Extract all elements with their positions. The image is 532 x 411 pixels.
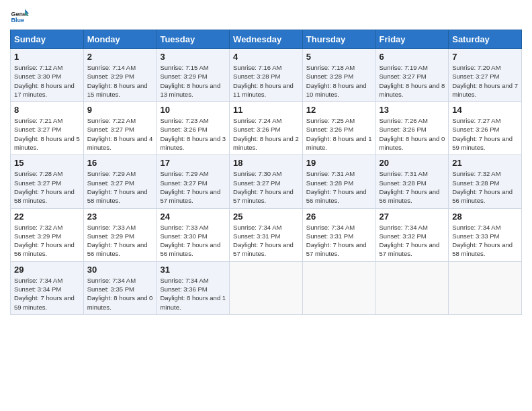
calendar-table: SundayMondayTuesdayWednesdayThursdayFrid… (10, 30, 522, 315)
calendar-cell (302, 261, 375, 314)
day-info: Sunrise: 7:19 AMSunset: 3:27 PMDaylight:… (380, 63, 445, 99)
calendar-cell: 11Sunrise: 7:24 AMSunset: 3:26 PMDayligh… (230, 102, 303, 155)
calendar-cell: 25Sunrise: 7:34 AMSunset: 3:31 PMDayligh… (230, 208, 303, 261)
day-info: Sunrise: 7:23 AMSunset: 3:26 PMDaylight:… (160, 116, 226, 152)
day-info: Sunrise: 7:25 AMSunset: 3:26 PMDaylight:… (306, 116, 372, 152)
day-number: 8 (14, 105, 80, 115)
calendar-week-4: 22Sunrise: 7:32 AMSunset: 3:29 PMDayligh… (11, 208, 522, 261)
day-info: Sunrise: 7:34 AMSunset: 3:31 PMDaylight:… (233, 223, 299, 259)
day-info: Sunrise: 7:28 AMSunset: 3:27 PMDaylight:… (14, 169, 80, 205)
calendar-cell: 14Sunrise: 7:27 AMSunset: 3:26 PMDayligh… (449, 102, 522, 155)
day-number: 20 (380, 158, 445, 168)
calendar-cell: 9Sunrise: 7:22 AMSunset: 3:27 PMDaylight… (83, 102, 157, 155)
calendar-cell: 28Sunrise: 7:34 AMSunset: 3:33 PMDayligh… (449, 208, 522, 261)
calendar-cell: 17Sunrise: 7:29 AMSunset: 3:27 PMDayligh… (157, 155, 230, 208)
day-number: 13 (380, 105, 445, 115)
day-info: Sunrise: 7:31 AMSunset: 3:28 PMDaylight:… (306, 169, 372, 205)
calendar-cell: 8Sunrise: 7:21 AMSunset: 3:27 PMDaylight… (11, 102, 84, 155)
calendar-cell: 2Sunrise: 7:14 AMSunset: 3:29 PMDaylight… (83, 49, 157, 102)
calendar-cell: 22Sunrise: 7:32 AMSunset: 3:29 PMDayligh… (11, 208, 84, 261)
day-number: 19 (306, 158, 372, 168)
day-info: Sunrise: 7:15 AMSunset: 3:29 PMDaylight:… (160, 63, 226, 99)
calendar-cell: 15Sunrise: 7:28 AMSunset: 3:27 PMDayligh… (11, 155, 84, 208)
svg-text:Blue: Blue (11, 17, 24, 24)
calendar-week-3: 15Sunrise: 7:28 AMSunset: 3:27 PMDayligh… (11, 155, 522, 208)
day-number: 25 (233, 212, 299, 222)
calendar-cell: 21Sunrise: 7:32 AMSunset: 3:28 PMDayligh… (449, 155, 522, 208)
day-info: Sunrise: 7:12 AMSunset: 3:30 PMDaylight:… (14, 63, 80, 99)
day-info: Sunrise: 7:34 AMSunset: 3:36 PMDaylight:… (160, 276, 226, 312)
weekday-header-tuesday: Tuesday (157, 30, 230, 49)
day-info: Sunrise: 7:29 AMSunset: 3:27 PMDaylight:… (87, 169, 153, 205)
day-number: 16 (87, 158, 153, 168)
calendar-cell: 20Sunrise: 7:31 AMSunset: 3:28 PMDayligh… (375, 155, 449, 208)
day-number: 7 (452, 52, 518, 62)
day-number: 28 (452, 212, 518, 222)
calendar-cell: 19Sunrise: 7:31 AMSunset: 3:28 PMDayligh… (302, 155, 375, 208)
day-number: 15 (14, 158, 80, 168)
day-number: 26 (306, 212, 372, 222)
calendar-cell: 27Sunrise: 7:34 AMSunset: 3:32 PMDayligh… (375, 208, 449, 261)
calendar-cell: 5Sunrise: 7:18 AMSunset: 3:28 PMDaylight… (302, 49, 375, 102)
weekday-header-thursday: Thursday (302, 30, 375, 49)
day-number: 23 (87, 212, 153, 222)
calendar-cell: 12Sunrise: 7:25 AMSunset: 3:26 PMDayligh… (302, 102, 375, 155)
page-header: General Blue (10, 7, 522, 26)
day-info: Sunrise: 7:22 AMSunset: 3:27 PMDaylight:… (87, 116, 153, 152)
day-info: Sunrise: 7:29 AMSunset: 3:27 PMDaylight:… (160, 169, 226, 205)
day-info: Sunrise: 7:21 AMSunset: 3:27 PMDaylight:… (14, 116, 80, 152)
calendar-week-2: 8Sunrise: 7:21 AMSunset: 3:27 PMDaylight… (11, 102, 522, 155)
calendar-cell (375, 261, 449, 314)
day-info: Sunrise: 7:34 AMSunset: 3:33 PMDaylight:… (452, 223, 518, 259)
day-number: 14 (452, 105, 518, 115)
calendar-cell: 26Sunrise: 7:34 AMSunset: 3:31 PMDayligh… (302, 208, 375, 261)
day-number: 3 (160, 52, 226, 62)
weekday-header-friday: Friday (375, 30, 449, 49)
day-number: 11 (233, 105, 299, 115)
weekday-header-sunday: Sunday (11, 30, 84, 49)
day-number: 31 (160, 265, 226, 275)
calendar-cell (449, 261, 522, 314)
calendar-week-5: 29Sunrise: 7:34 AMSunset: 3:34 PMDayligh… (11, 261, 522, 314)
day-info: Sunrise: 7:26 AMSunset: 3:26 PMDaylight:… (380, 116, 445, 152)
weekday-header-saturday: Saturday (449, 30, 522, 49)
day-info: Sunrise: 7:33 AMSunset: 3:30 PMDaylight:… (160, 223, 226, 259)
logo: General Blue (10, 7, 32, 26)
day-info: Sunrise: 7:20 AMSunset: 3:27 PMDaylight:… (452, 63, 518, 99)
calendar-cell: 4Sunrise: 7:16 AMSunset: 3:28 PMDaylight… (230, 49, 303, 102)
calendar-cell: 16Sunrise: 7:29 AMSunset: 3:27 PMDayligh… (83, 155, 157, 208)
calendar-cell: 1Sunrise: 7:12 AMSunset: 3:30 PMDaylight… (11, 49, 84, 102)
day-number: 18 (233, 158, 299, 168)
day-number: 29 (14, 265, 80, 275)
calendar-cell (230, 261, 303, 314)
days-of-week-row: SundayMondayTuesdayWednesdayThursdayFrid… (11, 30, 522, 49)
day-info: Sunrise: 7:32 AMSunset: 3:29 PMDaylight:… (14, 223, 80, 259)
day-info: Sunrise: 7:14 AMSunset: 3:29 PMDaylight:… (87, 63, 153, 99)
day-info: Sunrise: 7:34 AMSunset: 3:35 PMDaylight:… (87, 276, 153, 312)
day-number: 5 (306, 52, 372, 62)
day-number: 4 (233, 52, 299, 62)
day-number: 12 (306, 105, 372, 115)
day-number: 6 (380, 52, 445, 62)
calendar-cell: 18Sunrise: 7:30 AMSunset: 3:27 PMDayligh… (230, 155, 303, 208)
day-number: 21 (452, 158, 518, 168)
calendar-cell: 13Sunrise: 7:26 AMSunset: 3:26 PMDayligh… (375, 102, 449, 155)
day-info: Sunrise: 7:16 AMSunset: 3:28 PMDaylight:… (233, 63, 299, 99)
day-number: 9 (87, 105, 153, 115)
day-number: 10 (160, 105, 226, 115)
day-info: Sunrise: 7:18 AMSunset: 3:28 PMDaylight:… (306, 63, 372, 99)
day-info: Sunrise: 7:34 AMSunset: 3:32 PMDaylight:… (380, 223, 445, 259)
calendar-cell: 3Sunrise: 7:15 AMSunset: 3:29 PMDaylight… (157, 49, 230, 102)
calendar-cell: 10Sunrise: 7:23 AMSunset: 3:26 PMDayligh… (157, 102, 230, 155)
calendar-cell: 29Sunrise: 7:34 AMSunset: 3:34 PMDayligh… (11, 261, 84, 314)
day-info: Sunrise: 7:34 AMSunset: 3:31 PMDaylight:… (306, 223, 372, 259)
day-info: Sunrise: 7:24 AMSunset: 3:26 PMDaylight:… (233, 116, 299, 152)
day-info: Sunrise: 7:31 AMSunset: 3:28 PMDaylight:… (380, 169, 445, 205)
weekday-header-monday: Monday (83, 30, 157, 49)
calendar-cell: 31Sunrise: 7:34 AMSunset: 3:36 PMDayligh… (157, 261, 230, 314)
day-number: 2 (87, 52, 153, 62)
calendar-cell: 7Sunrise: 7:20 AMSunset: 3:27 PMDaylight… (449, 49, 522, 102)
day-number: 1 (14, 52, 80, 62)
calendar-cell: 23Sunrise: 7:33 AMSunset: 3:29 PMDayligh… (83, 208, 157, 261)
day-number: 17 (160, 158, 226, 168)
